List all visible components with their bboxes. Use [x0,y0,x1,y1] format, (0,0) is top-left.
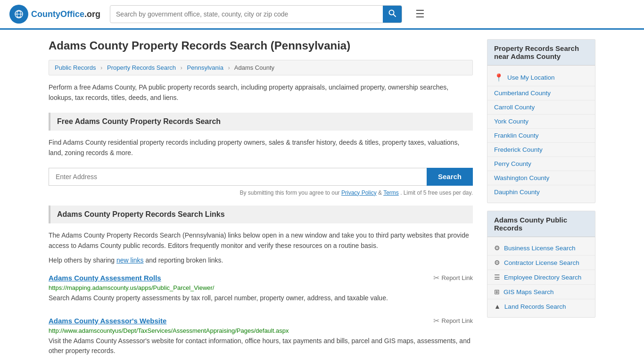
record-desc-1: Visit the Adams County Assessor's websit… [49,336,473,356]
record-item-header-1: Adams County Assessor's Website ✂ Report… [49,316,473,325]
new-links-link[interactable]: new links [116,256,144,264]
breadcrumb-property-records[interactable]: Property Records Search [107,64,176,71]
county-item-7[interactable]: Dauphin County [487,185,595,199]
public-records-item-4[interactable]: ▲ Land Records Search [487,299,595,313]
public-records-section: Adams County Public Records ⚙ Business L… [487,211,595,318]
page-description: Perform a free Adams County, PA public p… [49,82,473,103]
header-search-input[interactable] [110,7,383,22]
county-link-2[interactable]: York County [494,118,528,125]
report-link-button-0[interactable]: ✂ Report Link [433,273,473,282]
address-search-button[interactable]: Search [427,168,473,186]
nearby-section: Property Records Search near Adams Count… [487,39,595,203]
public-records-item-2[interactable]: ☰ Employee Directory Search [487,270,595,285]
report-icon-1: ✂ [433,316,439,325]
main-container: Adams County Property Records Search (Pe… [39,30,605,362]
county-link-0[interactable]: Cumberland County [494,90,551,97]
contractor-license-link[interactable]: Contractor License Search [504,259,579,266]
links-section-header: Adams County Property Records Search Lin… [49,206,473,223]
county-link-1[interactable]: Carroll County [494,104,535,111]
nearby-section-header: Property Records Search near Adams Count… [487,40,595,66]
record-item-header-0: Adams County Assessment Rolls ✂ Report L… [49,273,473,282]
form-disclaimer: By submitting this form you agree to our… [49,189,473,196]
free-search-header: Free Adams County Property Records Searc… [49,113,473,131]
free-search-description: Find Adams County residential property r… [49,137,473,158]
contractor-license-icon: ⚙ [494,259,500,266]
record-desc-0: Search Adams County property assessments… [49,293,473,303]
county-item-2[interactable]: York County [487,115,595,129]
use-my-location-item[interactable]: 📍 Use My Location [487,69,595,86]
gis-maps-link[interactable]: GIS Maps Search [504,288,554,296]
record-item-1: Adams County Assessor's Website ✂ Report… [49,316,473,360]
breadcrumb-sep-3: › [228,64,230,71]
public-records-item-0[interactable]: ⚙ Business License Search [487,241,595,255]
breadcrumb-sep-1: › [100,64,102,71]
sidebar: Property Records Search near Adams Count… [487,39,595,362]
county-item-5[interactable]: Perry County [487,157,595,171]
record-url-0: https://mapping.adamscounty.us/apps/Publ… [49,284,473,291]
county-item-6[interactable]: Washington County [487,171,595,185]
county-link-3[interactable]: Franklin County [494,132,539,139]
public-records-items: ⚙ Business License Search ⚙ Contractor L… [487,237,595,317]
breadcrumb-public-records[interactable]: Public Records [55,64,96,71]
record-url-1: http://www.adamscountyus/Dept/TaxService… [49,327,473,334]
record-title-0[interactable]: Adams County Assessment Rolls [49,274,161,282]
report-icon-0: ✂ [433,273,439,282]
business-license-icon: ⚙ [494,244,500,252]
nearby-items: 📍 Use My Location Cumberland County Carr… [487,66,595,203]
logo-icon [9,5,28,24]
svg-line-7 [394,15,396,17]
public-records-item-3[interactable]: ⊞ GIS Maps Search [487,285,595,299]
terms-link[interactable]: Terms [383,189,399,196]
breadcrumb-current: Adams County [234,64,274,71]
content-area: Adams County Property Records Search (Pe… [49,39,473,362]
county-link-7[interactable]: Dauphin County [494,189,540,196]
breadcrumb: Public Records › Property Records Search… [49,60,473,75]
privacy-policy-link[interactable]: Privacy Policy [341,189,377,196]
header-search-button[interactable] [383,6,402,23]
employee-directory-icon: ☰ [494,273,500,281]
county-item-4[interactable]: Frederick County [487,143,595,157]
county-item-0[interactable]: Cumberland County [487,86,595,100]
county-item-1[interactable]: Carroll County [487,100,595,115]
employee-directory-link[interactable]: Employee Directory Search [504,274,581,281]
address-input[interactable] [49,168,427,186]
report-link-button-1[interactable]: ✂ Report Link [433,316,473,325]
record-title-1[interactable]: Adams County Assessor's Website [49,317,166,325]
address-search-form: Search [49,168,473,186]
header-search-container [110,5,402,23]
public-records-section-header: Adams County Public Records [487,211,595,237]
logo-area: CountyOffice.org [9,5,100,24]
county-link-4[interactable]: Frederick County [494,146,543,153]
breadcrumb-pennsylvania[interactable]: Pennsylvania [187,64,223,71]
links-description: The Adams County Property Records Search… [49,230,473,251]
public-records-item-1[interactable]: ⚙ Contractor License Search [487,255,595,270]
county-link-5[interactable]: Perry County [494,160,531,167]
gis-maps-icon: ⊞ [494,288,500,296]
share-links-text: Help others by sharing new links and rep… [49,256,473,264]
county-item-3[interactable]: Franklin County [487,129,595,143]
menu-button[interactable]: ☰ [412,6,429,22]
page-title: Adams County Property Records Search (Pe… [49,39,473,52]
county-link-6[interactable]: Washington County [494,174,549,181]
location-icon: 📍 [494,73,504,82]
breadcrumb-sep-2: › [181,64,182,71]
site-header: CountyOffice.org ☰ [0,0,644,30]
business-license-link[interactable]: Business License Search [504,245,576,252]
land-records-link[interactable]: Land Records Search [504,303,566,310]
record-item-0: Adams County Assessment Rolls ✂ Report L… [49,273,473,307]
land-records-icon: ▲ [494,303,501,310]
use-my-location-link[interactable]: Use My Location [507,74,555,81]
logo-text: CountyOffice.org [31,9,100,19]
